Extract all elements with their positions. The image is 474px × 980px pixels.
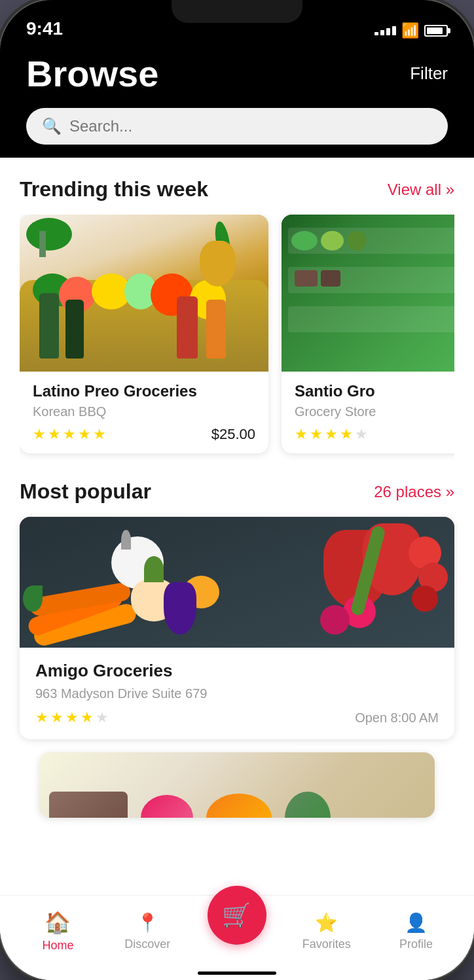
popular-card-1-bottom: ★ ★ ★ ★ ★ Open 8:00 AM	[35, 709, 439, 726]
popular-card-1-image	[20, 517, 454, 648]
popular-section-title: Most popular	[20, 480, 151, 504]
header: Browse Filter 🔍	[0, 46, 474, 158]
notch	[172, 0, 302, 23]
popular-card-2-image-partial	[39, 752, 435, 818]
bottom-nav: 🏠 Home 📍 Discover 🛒 ⭐ Favorites 👤 Profil…	[0, 895, 474, 980]
popular-card-1[interactable]: Amigo Groceries 963 Madyson Drive Suite …	[20, 517, 454, 739]
popular-count-link[interactable]: 26 places »	[374, 483, 454, 501]
phone-frame: 9:41 📶 Browse Filter 🔍	[0, 0, 474, 980]
nav-label-favorites: Favorites	[302, 937, 351, 951]
popular-card-1-name: Amigo Groceries	[35, 661, 439, 681]
trending-card-2-name: Santio Gro	[295, 382, 454, 400]
trending-card-2-subtitle: Grocery Store	[295, 404, 454, 419]
trending-card-2-bottom: ★ ★ ★ ★ ★	[295, 426, 454, 443]
trending-card-1-subtitle: Korean BBQ	[33, 404, 255, 419]
trending-card-1-price: $25.00	[211, 426, 255, 443]
nav-item-favorites[interactable]: ⭐ Favorites	[282, 912, 371, 951]
nav-item-cart[interactable]: 🛒	[192, 905, 282, 945]
nav-label-home: Home	[42, 939, 73, 953]
trending-view-all-link[interactable]: View all »	[388, 181, 454, 199]
filter-button[interactable]: Filter	[410, 63, 448, 84]
page-title: Browse	[26, 52, 158, 95]
nav-item-profile[interactable]: 👤 Profile	[371, 912, 461, 951]
search-icon: 🔍	[42, 117, 62, 135]
popular-section-header: Most popular 26 places »	[20, 480, 454, 504]
trending-card-1-bottom: ★ ★ ★ ★ ★ $25.00	[33, 426, 255, 443]
trending-card[interactable]: Latino Preo Groceries Korean BBQ ★ ★ ★ ★…	[20, 215, 268, 453]
search-input[interactable]	[69, 117, 432, 135]
signal-bars-icon	[374, 26, 396, 35]
wifi-icon: 📶	[401, 22, 419, 39]
trending-card-1-info: Latino Preo Groceries Korean BBQ ★ ★ ★ ★…	[20, 372, 268, 453]
cart-icon: 🛒	[222, 901, 251, 929]
trending-section: Trending this week View all »	[0, 177, 474, 460]
cart-button[interactable]: 🛒	[208, 886, 266, 945]
discover-icon: 📍	[136, 912, 159, 934]
popular-card-2-partial[interactable]	[39, 752, 435, 818]
nav-item-home[interactable]: 🏠 Home	[13, 910, 103, 953]
content-area: Trending this week View all »	[0, 158, 474, 980]
battery-fill	[427, 27, 443, 34]
status-time: 9:41	[26, 18, 63, 39]
trending-card-1-name: Latino Preo Groceries	[33, 382, 255, 400]
profile-icon: 👤	[405, 912, 428, 934]
trending-card-2-image	[282, 215, 454, 372]
popular-card-1-address: 963 Madyson Drive Suite 679	[35, 686, 439, 701]
home-indicator	[198, 971, 276, 975]
trending-card-1-stars: ★ ★ ★ ★ ★	[33, 426, 106, 443]
nav-item-discover[interactable]: 📍 Discover	[103, 912, 192, 951]
status-icons: 📶	[374, 22, 448, 39]
trending-card-2-stars: ★ ★ ★ ★ ★	[295, 426, 368, 443]
trending-section-title: Trending this week	[20, 177, 208, 201]
popular-card-1-stars: ★ ★ ★ ★ ★	[35, 709, 109, 726]
popular-card-1-open-time: Open 8:00 AM	[355, 710, 439, 726]
home-icon: 🏠	[45, 910, 71, 935]
trending-card-1-image	[20, 215, 268, 372]
popular-card-1-info: Amigo Groceries 963 Madyson Drive Suite …	[20, 648, 454, 739]
nav-label-discover: Discover	[124, 937, 170, 951]
favorites-icon: ⭐	[315, 912, 338, 934]
trending-section-header: Trending this week View all »	[20, 177, 454, 201]
popular-section: Most popular 26 places »	[0, 480, 474, 818]
trending-card-2[interactable]: Santio Gro Grocery Store ★ ★ ★ ★ ★	[282, 215, 454, 453]
scroll-area[interactable]: Trending this week View all »	[0, 158, 474, 895]
search-bar[interactable]: 🔍	[26, 108, 448, 145]
trending-scroll-container[interactable]: Latino Preo Groceries Korean BBQ ★ ★ ★ ★…	[20, 215, 454, 460]
trending-card-2-info: Santio Gro Grocery Store ★ ★ ★ ★ ★	[282, 372, 454, 453]
battery-icon	[424, 25, 448, 37]
nav-label-profile: Profile	[399, 937, 433, 951]
header-top: Browse Filter	[26, 52, 448, 95]
